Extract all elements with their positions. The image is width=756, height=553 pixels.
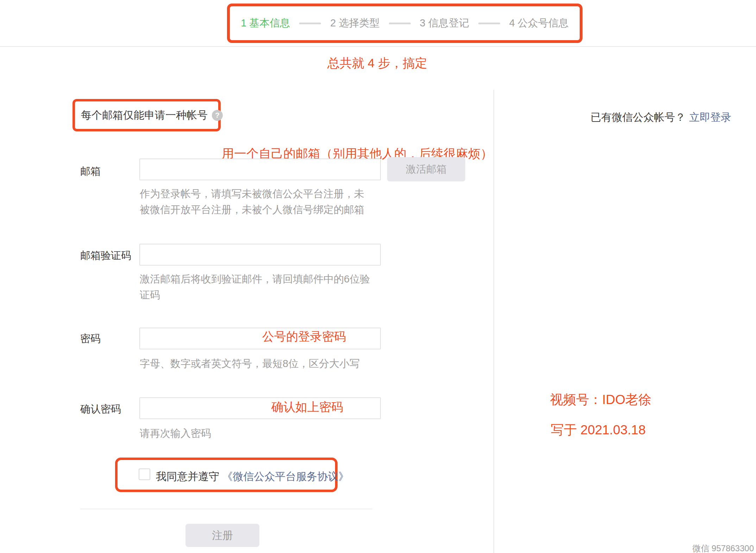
existing-account-question: 已有微信公众帐号？: [591, 111, 686, 123]
existing-account-row: 已有微信公众帐号？立即登录: [591, 110, 731, 125]
step-account-info: 4 公众号信息: [509, 16, 569, 30]
agreement-checkbox[interactable]: [139, 468, 150, 480]
annotation-password-note: 公号的登录密码: [262, 329, 346, 345]
annotation-steps-note: 总共就 4 步，搞定: [327, 55, 427, 72]
email-label: 邮箱: [80, 164, 101, 179]
email-help-text: 作为登录帐号，请填写未被微信公众平台注册，未被微信开放平台注册，未被个人微信号绑…: [140, 186, 370, 218]
step-connector: [478, 23, 500, 24]
password-help-text: 字母、数字或者英文符号，最短8位，区分大小写: [140, 356, 360, 372]
registration-page: 1 基本信息 2 选择类型 3 信息登记 4 公众号信息 总共就 4 步，搞定 …: [0, 0, 756, 553]
question-mark-icon[interactable]: ?: [212, 110, 223, 121]
email-notice-annotation-box: 每个邮箱仅能申请一种帐号 ?: [73, 99, 221, 131]
password-label: 密码: [80, 332, 101, 346]
step-basic-info: 1 基本信息: [241, 16, 290, 30]
agreement-text: 我同意并遵守 《微信公众平台服务协议》: [156, 470, 349, 484]
email-code-help-text: 激活邮箱后将收到验证邮件，请回填邮件中的6位验证码: [140, 271, 370, 303]
register-button[interactable]: 注册: [185, 524, 259, 547]
login-now-link[interactable]: 立即登录: [689, 111, 731, 123]
agreement-prefix: 我同意并遵守: [156, 471, 219, 482]
annotation-confirm-note: 确认如上密码: [271, 399, 343, 415]
email-code-input[interactable]: [139, 244, 381, 266]
annotation-written-date: 写于 2021.03.18: [551, 421, 645, 439]
step-info-registration: 3 信息登记: [420, 16, 469, 30]
vertical-divider: [493, 90, 494, 553]
confirm-password-label: 确认密码: [80, 402, 121, 416]
confirm-password-input[interactable]: [139, 397, 381, 419]
confirm-password-help-text: 请再次输入密码: [140, 425, 211, 441]
annotation-video-channel: 视频号：IDO老徐: [550, 391, 651, 409]
form-divider: [80, 509, 372, 509]
step-connector: [389, 23, 411, 24]
step-connector: [299, 23, 321, 24]
wechat-watermark: 微信 957863300: [692, 543, 754, 553]
email-input[interactable]: [139, 159, 381, 180]
header: 1 基本信息 2 选择类型 3 信息登记 4 公众号信息: [0, 0, 756, 47]
step-choose-type: 2 选择类型: [330, 16, 379, 30]
steps-annotation-box: 1 基本信息 2 选择类型 3 信息登记 4 公众号信息: [227, 4, 582, 43]
activate-email-button[interactable]: 激活邮箱: [387, 157, 465, 181]
service-agreement-link[interactable]: 《微信公众平台服务协议》: [222, 471, 349, 482]
email-code-label: 邮箱验证码: [80, 249, 131, 263]
email-notice-text: 每个邮箱仅能申请一种帐号: [81, 108, 208, 123]
